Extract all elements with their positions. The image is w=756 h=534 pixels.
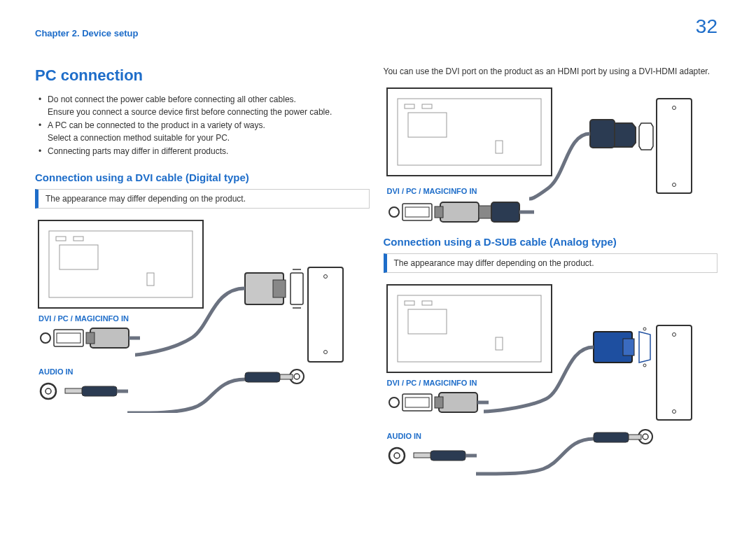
- chapter-title: Chapter 2. Device setup: [35, 28, 138, 38]
- svg-rect-63: [405, 398, 429, 407]
- svg-rect-22: [86, 332, 94, 344]
- svg-point-35: [672, 183, 676, 187]
- svg-rect-30: [422, 104, 432, 108]
- svg-rect-45: [398, 295, 541, 362]
- svg-rect-47: [422, 301, 432, 305]
- svg-rect-9: [290, 273, 303, 304]
- audio-connector-icon: [38, 377, 130, 405]
- svg-rect-44: [387, 285, 552, 372]
- intro-bullet-list: Do not connect the power cable before co…: [35, 93, 370, 157]
- section-heading-dsub: Connection using a D-SUB cable (Analog t…: [384, 236, 718, 248]
- svg-point-8: [324, 351, 328, 354]
- svg-point-54: [643, 364, 646, 367]
- svg-point-67: [394, 453, 400, 458]
- svg-rect-32: [496, 141, 503, 153]
- svg-rect-20: [57, 333, 80, 343]
- svg-rect-28: [398, 99, 541, 165]
- svg-point-24: [46, 388, 51, 394]
- svg-rect-4: [59, 245, 98, 269]
- port-label-audio-dsub: AUDIO IN: [387, 432, 722, 440]
- main-heading: PC connection: [35, 66, 370, 85]
- svg-rect-42: [479, 206, 491, 218]
- svg-rect-21: [90, 328, 129, 348]
- dvi-hdmi-connector-icon: [387, 197, 541, 226]
- page-number: 32: [696, 15, 718, 38]
- svg-point-66: [389, 448, 405, 463]
- dvi-digital-diagram: DVI / PC / MAGICINFO IN AUDIO IN: [35, 217, 370, 416]
- page-header: Chapter 2. Device setup 32: [0, 0, 756, 42]
- svg-rect-36: [590, 120, 615, 148]
- svg-point-37: [389, 207, 399, 217]
- svg-point-53: [643, 328, 646, 330]
- dvi-hdmi-intro: You can use the DVI port on the product …: [384, 66, 718, 76]
- svg-rect-68: [430, 451, 465, 461]
- section-heading-dvi: Connection using a DVI cable (Digital ty…: [35, 171, 370, 183]
- svg-rect-25: [82, 386, 117, 396]
- svg-point-51: [672, 333, 676, 337]
- dvi-hdmi-diagram: DVI / PC / MAGICINFO IN: [384, 85, 718, 206]
- svg-rect-29: [405, 104, 414, 108]
- page-content: PC connection Do not connect the power c…: [0, 42, 756, 493]
- bullet-item: Do not connect the power cable before co…: [48, 93, 370, 118]
- svg-rect-49: [496, 337, 503, 350]
- appearance-note: The appearance may differ depending on t…: [35, 189, 370, 209]
- svg-rect-26: [65, 388, 82, 393]
- svg-rect-0: [38, 220, 203, 308]
- dvi-hdmi-diagram-svg: [384, 85, 699, 204]
- svg-rect-65: [435, 397, 443, 408]
- svg-point-52: [672, 410, 676, 414]
- svg-rect-13: [273, 280, 286, 297]
- svg-rect-46: [405, 301, 414, 305]
- bullet-item: A PC can be connected to the product in …: [48, 119, 370, 144]
- svg-rect-27: [387, 88, 552, 176]
- svg-rect-56: [623, 339, 634, 356]
- svg-rect-31: [408, 113, 447, 137]
- svg-rect-48: [408, 309, 447, 334]
- port-label-dvi-hdmi: DVI / PC / MAGICINFO IN: [387, 187, 722, 195]
- svg-rect-41: [435, 206, 443, 218]
- svg-rect-40: [440, 202, 479, 222]
- svg-rect-2: [56, 237, 66, 241]
- port-label-dvi-dsub: DVI / PC / MAGICINFO IN: [387, 379, 722, 387]
- svg-point-34: [672, 106, 676, 110]
- svg-rect-39: [405, 207, 429, 217]
- svg-rect-43: [491, 202, 519, 222]
- right-column: You can use the DVI port on the product …: [384, 66, 718, 493]
- svg-rect-3: [74, 237, 83, 241]
- dvi-dsub-connector-icon: [387, 388, 499, 416]
- svg-rect-33: [657, 99, 692, 193]
- svg-rect-1: [49, 231, 192, 297]
- audio-connector-icon-dsub: [387, 442, 478, 470]
- svg-rect-64: [439, 393, 477, 412]
- svg-point-61: [389, 398, 399, 407]
- bullet-item: Connecting parts may differ in different…: [48, 145, 370, 157]
- port-label-audio: AUDIO IN: [38, 367, 373, 376]
- left-column: PC connection Do not connect the power c…: [35, 66, 370, 493]
- svg-point-23: [41, 384, 56, 399]
- port-label-dvi: DVI / PC / MAGICINFO IN: [38, 314, 373, 323]
- svg-rect-50: [657, 325, 692, 420]
- appearance-note-dsub: The appearance may differ depending on t…: [384, 253, 718, 273]
- dsub-diagram: DVI / PC / MAGICINFO IN AUDIO IN: [384, 281, 718, 480]
- dvi-connector-icon: [38, 324, 150, 352]
- svg-point-18: [41, 333, 50, 343]
- svg-rect-69: [414, 453, 430, 458]
- svg-rect-5: [147, 273, 154, 286]
- svg-point-7: [324, 275, 328, 279]
